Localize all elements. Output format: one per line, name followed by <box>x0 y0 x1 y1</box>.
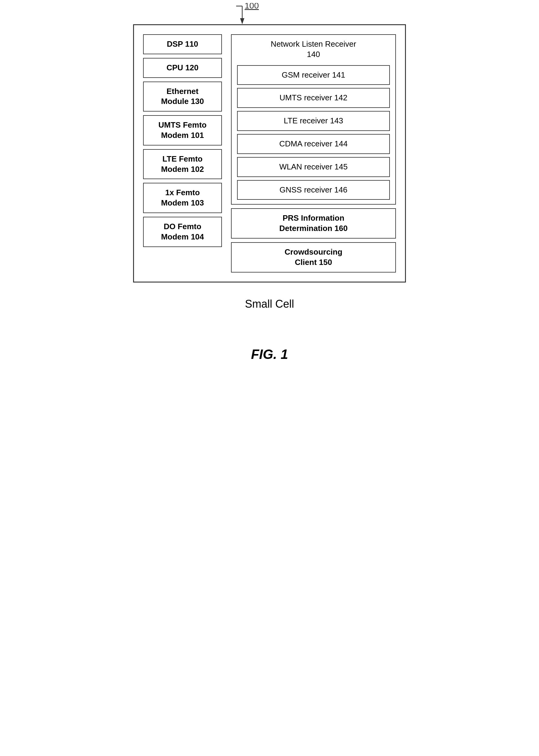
nlr-receivers: GSM receiver 141 UMTS receiver 142 LTE r… <box>237 65 390 200</box>
gsm-receiver-box: GSM receiver 141 <box>237 65 390 85</box>
do-femto-label: DO FemtoModem 104 <box>161 222 204 241</box>
svg-marker-2 <box>240 18 244 24</box>
lte-femto-box: LTE FemtoModem 102 <box>143 149 222 180</box>
cdma-receiver-box: CDMA receiver 144 <box>237 134 390 154</box>
lte-femto-label: LTE FemtoModem 102 <box>161 154 204 174</box>
crowdsourcing-box: CrowdsourcingClient 150 <box>231 242 396 272</box>
gnss-receiver-box: GNSS receiver 146 <box>237 180 390 200</box>
crowdsourcing-label: CrowdsourcingClient 150 <box>285 247 343 267</box>
prs-box: PRS InformationDetermination 160 <box>231 208 396 239</box>
diagram-container: 100 DSP 110 CPU 120 EthernetModule 130 U… <box>133 24 406 282</box>
arrow-100-svg: 100 <box>212 3 272 27</box>
do-femto-box: DO FemtoModem 104 <box>143 217 222 247</box>
umts-femto-label: UMTS FemtoModem 101 <box>159 120 207 140</box>
right-column: Network Listen Receiver140 GSM receiver … <box>231 34 396 272</box>
onex-femto-label: 1x FemtoModem 103 <box>161 188 204 207</box>
label-100: 100 <box>245 3 259 10</box>
small-cell-label: Small Cell <box>245 298 294 310</box>
dsp-box: DSP 110 <box>143 34 222 54</box>
onex-femto-box: 1x FemtoModem 103 <box>143 183 222 213</box>
left-column: DSP 110 CPU 120 EthernetModule 130 UMTS … <box>143 34 222 272</box>
umts-receiver-box: UMTS receiver 142 <box>237 88 390 108</box>
fig-label: FIG. 1 <box>251 347 288 362</box>
umts-femto-box: UMTS FemtoModem 101 <box>143 115 222 145</box>
main-box: DSP 110 CPU 120 EthernetModule 130 UMTS … <box>133 24 406 282</box>
nlr-title: Network Listen Receiver140 <box>237 39 390 62</box>
nlr-group: Network Listen Receiver140 GSM receiver … <box>231 34 396 205</box>
prs-label: PRS InformationDetermination 160 <box>279 213 347 233</box>
ethernet-box: EthernetModule 130 <box>143 82 222 112</box>
ethernet-label: EthernetModule 130 <box>161 87 204 106</box>
wlan-receiver-box: WLAN receiver 145 <box>237 157 390 177</box>
cpu-box: CPU 120 <box>143 58 222 78</box>
lte-receiver-box: LTE receiver 143 <box>237 111 390 131</box>
